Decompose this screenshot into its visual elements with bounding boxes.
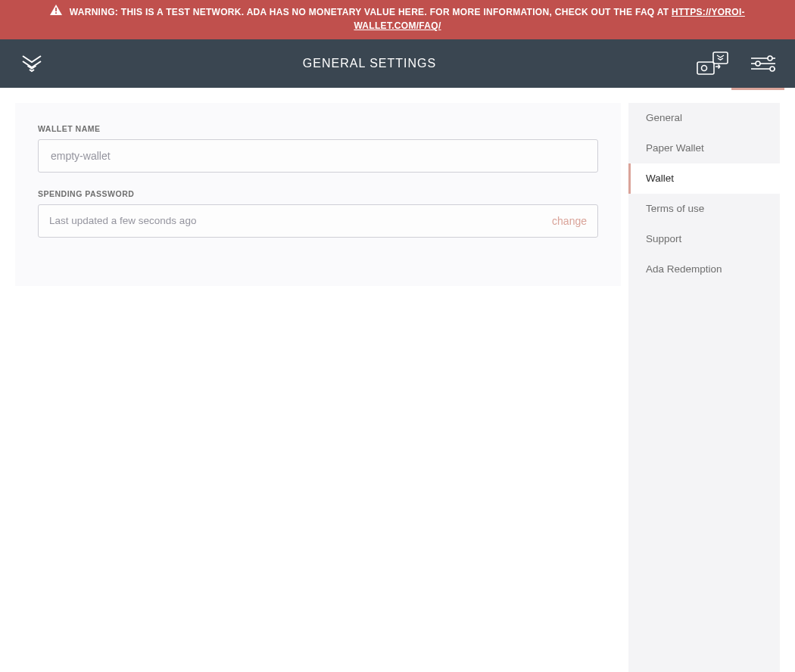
wallet-settings-panel: WALLET NAME SPENDING PASSWORD Last updat… xyxy=(15,103,621,286)
warning-icon xyxy=(50,5,62,19)
logo-icon[interactable] xyxy=(20,51,44,76)
sidebar-item-paper-wallet[interactable]: Paper Wallet xyxy=(628,133,780,163)
settings-sidebar: General Paper Wallet Wallet Terms of use… xyxy=(628,103,780,672)
spending-password-field: SPENDING PASSWORD Last updated a few sec… xyxy=(38,189,598,238)
app-header: GENERAL SETTINGS xyxy=(0,39,795,88)
sidebar-item-label: Support xyxy=(646,233,681,244)
spending-password-status: Last updated a few seconds ago xyxy=(49,215,196,226)
page-title: GENERAL SETTINGS xyxy=(44,57,695,70)
sidebar-item-label: Paper Wallet xyxy=(646,142,704,154)
svg-point-6 xyxy=(768,56,772,61)
sidebar-item-general[interactable]: General xyxy=(628,103,780,133)
wallet-name-input[interactable] xyxy=(49,149,587,163)
sidebar-item-label: General xyxy=(646,112,682,123)
sidebar-item-support[interactable]: Support xyxy=(628,224,780,254)
change-password-link[interactable]: change xyxy=(552,215,587,227)
warning-text: WARNING: THIS IS A TEST NETWORK. ADA HAS… xyxy=(70,7,672,17)
sidebar-item-label: Wallet xyxy=(646,173,674,184)
svg-point-3 xyxy=(702,65,707,70)
svg-point-10 xyxy=(770,67,775,71)
sidebar-item-wallet[interactable]: Wallet xyxy=(628,163,780,194)
spending-password-label: SPENDING PASSWORD xyxy=(38,189,598,198)
wallet-name-box xyxy=(38,139,598,173)
spending-password-box: Last updated a few seconds ago change xyxy=(38,204,598,238)
sidebar-item-terms-of-use[interactable]: Terms of use xyxy=(628,194,780,224)
wallet-name-field: WALLET NAME xyxy=(38,124,598,173)
active-nav-indicator xyxy=(731,88,784,90)
svg-point-8 xyxy=(756,61,760,66)
sidebar-item-ada-redemption[interactable]: Ada Redemption xyxy=(628,254,780,285)
sliders-icon[interactable] xyxy=(751,54,775,73)
sidebar-item-label: Ada Redemption xyxy=(646,263,722,275)
svg-rect-0 xyxy=(55,8,57,11)
sidebar-item-label: Terms of use xyxy=(646,203,704,214)
testnet-warning-banner: WARNING: THIS IS A TEST NETWORK. ADA HAS… xyxy=(0,0,795,39)
wallet-transfer-icon[interactable] xyxy=(695,50,730,77)
svg-rect-1 xyxy=(55,12,57,14)
wallet-name-label: WALLET NAME xyxy=(38,124,598,133)
svg-rect-2 xyxy=(697,62,714,74)
